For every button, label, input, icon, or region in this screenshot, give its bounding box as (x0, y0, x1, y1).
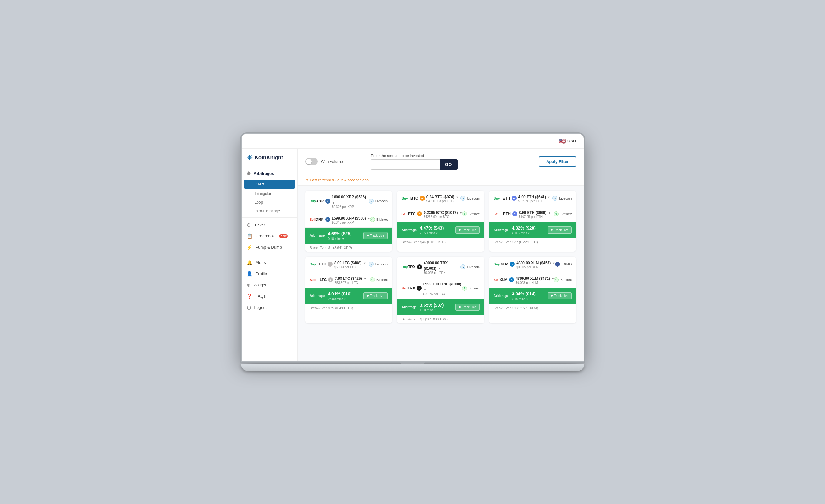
sell-exchange-name: Bitfinex (376, 278, 388, 282)
track-live-button[interactable]: Track Live (455, 303, 480, 311)
sell-dropdown-icon[interactable]: ▾ (424, 288, 426, 292)
mins-dropdown-icon[interactable]: ▾ (344, 297, 346, 301)
buy-row: Buy TRX T 40000.00 TRX ($1001) ▾ $0.025 … (397, 257, 484, 278)
buy-amount: 8.00 LTC ($408) (334, 261, 362, 265)
sell-dropdown-icon[interactable]: ▾ (460, 211, 462, 215)
buy-price: $159.99 per ETH (518, 200, 550, 203)
buy-exchange-name: Livecoin (375, 199, 388, 203)
sell-dropdown-icon[interactable]: ▾ (368, 217, 370, 220)
arb-left: Arbitrage 4.32% ($28) 4.165 mins ▾ (494, 225, 536, 235)
refresh-circle-icon: ⊙ (305, 178, 308, 183)
buy-dropdown-icon[interactable]: ▾ (439, 267, 440, 271)
laptop-screen: 🇺🇸 USD ✳ KoinKnight ✳ Arbitrages Direct … (241, 133, 584, 362)
sell-label: Sell (310, 218, 316, 221)
apply-filter-button[interactable]: Apply Filter (539, 156, 576, 167)
sell-amount-wrap: 4799.99 XLM ($471) ▾ $0.098 per XLM (516, 275, 554, 284)
buy-label: Buy (494, 262, 500, 266)
sidebar-sub-items: Direct Triangular Loop Intra-Exchange (242, 180, 297, 215)
sidebar-item-pump-dump[interactable]: ⚡ Pump & Dump (242, 242, 297, 253)
sidebar-item-faqs[interactable]: ❓ FAQs (242, 291, 297, 302)
sidebar-item-label: Ticker (254, 223, 265, 227)
track-dot-icon (367, 295, 369, 297)
buy-amount-wrap: 4800.00 XLM ($457) ▾ $0.095 per XLM (516, 260, 555, 269)
profile-icon: 👤 (246, 271, 252, 277)
volume-toggle[interactable] (305, 158, 318, 165)
currency-selector[interactable]: 🇺🇸 USD (559, 138, 576, 145)
track-dot-icon (459, 229, 461, 231)
arb-percent: 3.04% ($14) (512, 291, 536, 296)
buy-label: Buy (310, 262, 316, 266)
sell-amount: 4799.99 XLM ($471) (516, 276, 550, 281)
break-even-text: Break-Even $1 (12.577 XLM) (494, 306, 538, 310)
buy-dropdown-icon[interactable]: ▾ (548, 196, 550, 199)
mins-dropdown-icon[interactable]: ▾ (528, 231, 530, 235)
sidebar-subitem-loop[interactable]: Loop (242, 198, 297, 207)
arb-stats: 4.69% ($25) 0.10 mins ▾ (328, 231, 352, 240)
sell-exchange: ✿ Bitfinex (554, 277, 572, 282)
top-header: 🇺🇸 USD (242, 134, 584, 149)
sidebar-item-ticker[interactable]: ⏱ Ticker (242, 220, 297, 230)
buy-amount: 4.00 ETH ($641) (518, 195, 546, 199)
sell-amount: 3.99 ETH ($669) (519, 210, 546, 215)
invest-input[interactable] (371, 159, 440, 169)
flag-icon: 🇺🇸 (559, 138, 566, 145)
sell-row: Sell XLM X 4799.99 XLM ($471) ▾ $0.098 p… (489, 272, 576, 288)
sidebar-item-orderbook[interactable]: 📋 Orderbook New (242, 230, 297, 242)
sell-exchange-icon: ✿ (370, 277, 375, 282)
mins-dropdown-icon[interactable]: ▾ (526, 297, 528, 301)
buy-exchange: ● Livecoin (552, 196, 572, 201)
sidebar-subitem-direct[interactable]: Direct (244, 180, 295, 189)
sell-dropdown-icon[interactable]: ▾ (364, 277, 366, 280)
card-body: Buy XRP X 1600.00 XRP ($526) ▾ $0.328 pe… (305, 191, 392, 252)
sell-exchange-icon: ✿ (462, 211, 467, 216)
sidebar-item-alerts[interactable]: 🔔 Alerts (242, 257, 297, 268)
track-live-button[interactable]: Track Live (547, 292, 572, 299)
buy-exchange-icon: E (555, 262, 560, 267)
track-live-button[interactable]: Track Live (363, 232, 388, 239)
sidebar-subitem-intra-exchange[interactable]: Intra-Exchange (242, 207, 297, 215)
sell-amount-wrap: 0.2395 BTC ($1017) ▾ $4256.90 per BTC (424, 210, 462, 219)
buy-dropdown-icon[interactable]: ▾ (333, 201, 334, 205)
buy-dropdown-icon[interactable]: ▾ (456, 196, 458, 199)
sidebar-item-profile[interactable]: 👤 Profile (242, 268, 297, 280)
arb-left: Arbitrage 3.65% ($37) 1.00 mins ▾ (401, 302, 444, 312)
pump-dump-icon: ⚡ (246, 244, 252, 250)
arb-label: Arbitrage (494, 294, 509, 298)
sell-dropdown-icon[interactable]: ▾ (549, 211, 550, 215)
buy-dropdown-icon[interactable]: ▾ (364, 261, 366, 265)
sell-coin-info: LTC L 7.98 LTC ($425) ▾ $53.307 per LTC (320, 275, 366, 284)
buy-exchange-icon: ● (552, 196, 557, 201)
cards-grid: Buy XRP X 1600.00 XRP ($526) ▾ $0.328 pe… (298, 186, 584, 331)
buy-row: Buy BTC B 0.24 BTC ($974) ▾ $4050.998 pe… (397, 191, 484, 206)
buy-price: $0.328 per XRP (332, 205, 369, 209)
sidebar-item-arbitrages[interactable]: ✳ Arbitrages (242, 168, 297, 179)
sell-amount: 7.98 LTC ($425) (334, 276, 362, 281)
track-live-button[interactable]: Track Live (455, 226, 480, 233)
refresh-bar: ⊙ Last refreshed - a few seconds ago (298, 175, 584, 186)
sell-coin-info: BTC B 0.2395 BTC ($1017) ▾ $4256.90 per … (408, 210, 462, 219)
arb-card-2: Buy ETH E 4.00 ETH ($641) ▾ $159.99 per … (489, 191, 576, 252)
sidebar-item-logout[interactable]: ⏻ Logout (242, 302, 297, 313)
sell-coin-name: XLM (500, 278, 507, 282)
buy-coin-info: BTC B 0.24 BTC ($974) ▾ $4050.998 per BT… (410, 194, 458, 203)
sidebar-subitem-triangular[interactable]: Triangular (242, 189, 297, 198)
mins-dropdown-icon[interactable]: ▾ (343, 237, 344, 240)
faqs-icon: ❓ (246, 294, 252, 299)
buy-dropdown-icon[interactable]: ▾ (553, 261, 555, 265)
invest-wrap: Enter the amount to be invested GO (371, 154, 490, 169)
track-live-button[interactable]: Track Live (547, 226, 572, 233)
track-live-button[interactable]: Track Live (363, 292, 388, 299)
buy-row: Buy LTC L 8.00 LTC ($408) ▾ $50.93 per L… (305, 257, 392, 272)
sell-row: Sell BTC B 0.2395 BTC ($1017) ▾ $4256.90… (397, 206, 484, 222)
sidebar-item-widget[interactable]: ⊕ Widget (242, 280, 297, 291)
go-button[interactable]: GO (440, 159, 458, 169)
arbitrages-icon: ✳ (246, 171, 251, 176)
buy-amount-wrap: 4.00 ETH ($641) ▾ $159.99 per ETH (518, 194, 550, 203)
sell-exchange-icon: ✿ (462, 286, 467, 291)
sell-exchange: ✿ Bitfinex (462, 211, 480, 216)
mins-dropdown-icon[interactable]: ▾ (434, 308, 436, 312)
sell-amount-wrap: 1599.90 XRP ($550) ▾ $0.345 per XRP (332, 215, 370, 224)
buy-exchange-name: Livecoin (559, 197, 572, 200)
buy-amount-wrap: 8.00 LTC ($408) ▾ $50.93 per LTC (334, 260, 366, 269)
mins-dropdown-icon[interactable]: ▾ (436, 231, 438, 235)
